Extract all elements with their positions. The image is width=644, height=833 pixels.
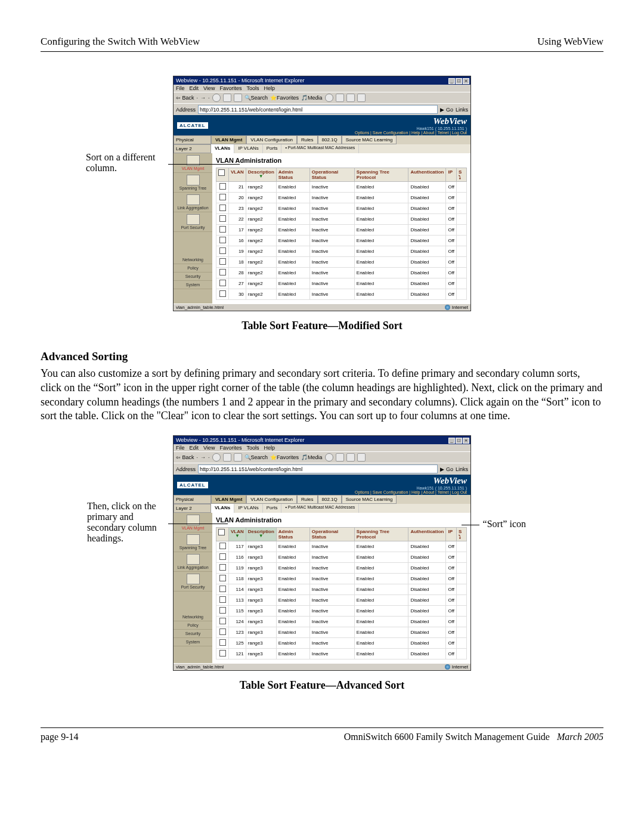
media-button[interactable]: 🎵Media <box>301 454 323 460</box>
nav-system[interactable]: System <box>174 638 212 646</box>
nav-vlan-mgmt[interactable]: VLAN Mgmt <box>174 513 212 532</box>
forward-button[interactable]: → <box>200 95 206 101</box>
nav-spanning-tree[interactable]: Spanning Tree <box>174 532 212 552</box>
menu-favorites[interactable]: Favorites <box>219 85 242 91</box>
menu-file[interactable]: File <box>176 85 185 91</box>
menu-view[interactable]: View <box>203 85 215 91</box>
col-ip[interactable]: IP <box>446 528 457 541</box>
row-checkbox[interactable] <box>219 194 226 200</box>
menu-edit[interactable]: Edit <box>190 85 199 91</box>
tab-8021q[interactable]: 802.1Q <box>318 135 342 144</box>
subtab-ipvlans[interactable]: IP VLANs <box>234 144 263 153</box>
back-button[interactable]: ⇦ Back <box>176 95 194 101</box>
nav-security[interactable]: Security <box>174 272 212 281</box>
select-all-checkbox[interactable] <box>218 529 225 535</box>
row-checkbox[interactable] <box>219 269 226 275</box>
nav-vlan-mgmt[interactable]: VLAN Mgmt <box>174 153 212 173</box>
home-icon[interactable] <box>234 453 242 462</box>
sort-icon[interactable]: S⤵ <box>457 168 467 182</box>
window-controls[interactable]: _□× <box>448 78 469 84</box>
row-checkbox[interactable] <box>219 237 226 243</box>
col-description[interactable]: Description▼ <box>246 168 276 182</box>
search-button[interactable]: 🔍Search <box>244 454 268 460</box>
row-checkbox[interactable] <box>219 564 226 571</box>
side-label-physical[interactable]: Physical <box>174 135 211 144</box>
subtab-ports[interactable]: Ports <box>263 144 282 153</box>
tab-vlan-config[interactable]: VLAN Configuration <box>246 135 297 144</box>
nav-link-agg[interactable]: Link Aggregation <box>174 552 212 572</box>
print-icon[interactable] <box>346 94 355 102</box>
subtab-portmac[interactable]: • Port-MAC Multicast MAC Addresses <box>281 144 359 153</box>
nav-port-security[interactable]: Port Security <box>174 212 212 232</box>
menu-tools[interactable]: Tools <box>246 445 259 451</box>
row-checkbox[interactable] <box>219 543 226 549</box>
col-admin-status[interactable]: Admin Status <box>276 168 309 182</box>
nav-system[interactable]: System <box>174 281 212 289</box>
tab-source-mac[interactable]: Source MAC Learning <box>342 495 397 504</box>
menu-edit[interactable]: Edit <box>190 445 199 451</box>
col-stp[interactable]: Spanning Tree Protocol <box>354 528 408 541</box>
sort-icon[interactable]: S⤵ <box>457 528 467 541</box>
subtab-ipvlans[interactable]: IP VLANs <box>234 504 263 513</box>
nav-networking[interactable]: Networking <box>174 256 212 264</box>
col-vlan[interactable]: VLAN <box>229 168 246 182</box>
go-button[interactable]: ▶ Go <box>440 107 453 113</box>
subtab-vlans[interactable]: VLANs <box>211 504 234 513</box>
col-stp[interactable]: Spanning Tree Protocol <box>354 168 408 182</box>
nav-link-agg[interactable]: Link Aggregation <box>174 193 212 212</box>
row-checkbox[interactable] <box>219 639 226 646</box>
menu-view[interactable]: View <box>203 445 215 451</box>
row-checkbox[interactable] <box>219 650 226 657</box>
nav-port-security[interactable]: Port Security <box>174 572 212 592</box>
stop-icon[interactable] <box>212 453 221 462</box>
menu-tools[interactable]: Tools <box>246 85 259 91</box>
col-ip[interactable]: IP <box>446 168 457 182</box>
media-button[interactable]: 🎵Media <box>301 95 323 101</box>
menu-help[interactable]: Help <box>264 445 275 451</box>
row-checkbox[interactable] <box>219 205 226 211</box>
address-input[interactable] <box>198 465 438 473</box>
tab-rules[interactable]: Rules <box>297 135 317 144</box>
nav-policy[interactable]: Policy <box>174 264 212 272</box>
row-checkbox[interactable] <box>219 596 226 603</box>
nav-spanning-tree[interactable]: Spanning Tree <box>174 173 212 193</box>
search-button[interactable]: 🔍Search <box>244 95 268 101</box>
menu-bar[interactable]: File Edit View Favorites Tools Help <box>174 444 470 451</box>
home-icon[interactable] <box>234 94 242 102</box>
refresh-icon[interactable] <box>223 94 231 102</box>
tab-vlan-mgmt[interactable]: VLAN Mgmt <box>211 135 246 144</box>
nav-networking[interactable]: Networking <box>174 613 212 621</box>
webview-options[interactable]: Options | Save Configuration | Help | Ab… <box>355 490 467 494</box>
mail-icon[interactable] <box>336 94 344 102</box>
row-checkbox[interactable] <box>219 553 226 560</box>
menu-bar[interactable]: File Edit View Favorites Tools Help <box>174 85 470 92</box>
menu-help[interactable]: Help <box>264 85 275 91</box>
links-button[interactable]: Links <box>456 466 468 472</box>
row-checkbox[interactable] <box>219 215 226 222</box>
webview-options[interactable]: Options | Save Configuration | Help | Ab… <box>355 131 467 135</box>
select-all-checkbox[interactable] <box>218 169 225 176</box>
back-button[interactable]: ⇦ Back <box>176 454 194 460</box>
tab-rules[interactable]: Rules <box>297 495 317 504</box>
refresh-icon[interactable] <box>223 453 231 462</box>
tab-source-mac[interactable]: Source MAC Learning <box>342 135 397 144</box>
side-label-layer2[interactable]: Layer 2 <box>174 504 211 513</box>
row-checkbox[interactable] <box>219 607 226 614</box>
subtab-portmac[interactable]: • Port-MAC Multicast MAC Addresses <box>281 504 359 513</box>
address-input[interactable] <box>198 105 438 114</box>
row-checkbox[interactable] <box>219 628 226 635</box>
stop-icon[interactable] <box>212 94 221 102</box>
row-checkbox[interactable] <box>219 280 226 286</box>
col-admin-status[interactable]: Admin Status <box>276 528 309 541</box>
row-checkbox[interactable] <box>219 575 226 581</box>
row-checkbox[interactable] <box>219 258 226 265</box>
col-description[interactable]: Description▼ <box>246 528 276 541</box>
nav-security[interactable]: Security <box>174 630 212 638</box>
subtab-vlans[interactable]: VLANs <box>211 144 234 153</box>
col-op-status[interactable]: Operational Status <box>309 528 354 541</box>
tab-vlan-mgmt[interactable]: VLAN Mgmt <box>211 495 246 504</box>
forward-button[interactable]: → <box>200 454 206 460</box>
favorites-button[interactable]: ⭐Favorites <box>270 454 299 460</box>
window-controls[interactable]: _□× <box>448 437 469 444</box>
side-label-physical[interactable]: Physical <box>174 495 211 504</box>
